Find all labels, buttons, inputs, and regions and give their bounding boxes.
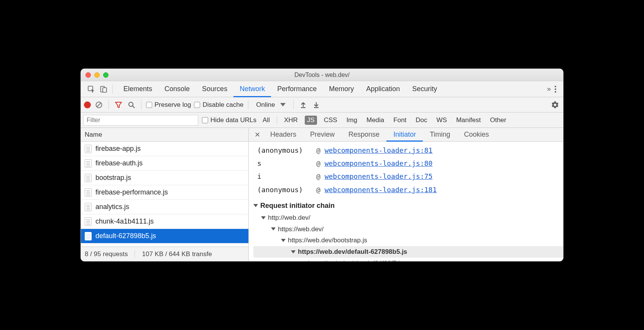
- upload-har-icon[interactable]: [298, 100, 308, 110]
- stack-frame: (anonymous)@ webcomponents-loader.js:181: [257, 183, 563, 196]
- panel-tab-network[interactable]: Network: [233, 82, 271, 97]
- request-name: bootstrap.js: [95, 174, 131, 182]
- request-row[interactable]: firebase-app.js: [81, 142, 248, 156]
- panel-tab-security[interactable]: Security: [406, 82, 443, 97]
- initiator-chain-url: https://web.dev/: [278, 224, 324, 235]
- window-title: DevTools - web.dev/: [81, 72, 563, 78]
- stack-frame: (anonymous)@ webcomponents-loader.js:81: [257, 144, 563, 157]
- stack-source-link[interactable]: webcomponents-loader.js:81: [325, 146, 433, 154]
- device-toolbar-icon[interactable]: [99, 84, 108, 94]
- request-row[interactable]: default-627898b5.js: [81, 229, 248, 243]
- initiator-chain-url: https://web.dev/chunk-f34f99f7.js: [308, 258, 403, 261]
- detail-tab-headers[interactable]: Headers: [263, 128, 303, 142]
- filter-type-other[interactable]: Other: [488, 116, 509, 125]
- record-button[interactable]: [84, 101, 91, 108]
- search-icon[interactable]: [127, 100, 136, 110]
- stack-function: (anonymous): [257, 144, 311, 157]
- initiator-chain-url: http://web.dev/: [268, 212, 310, 224]
- detail-tab-timing[interactable]: Timing: [423, 128, 457, 142]
- panel-tab-sources[interactable]: Sources: [196, 82, 233, 97]
- column-header-name[interactable]: Name: [81, 128, 248, 142]
- request-row[interactable]: firebase-auth.js: [81, 156, 248, 171]
- script-file-icon: [85, 145, 92, 153]
- request-row[interactable]: analytics.js: [81, 200, 248, 214]
- detail-tab-response[interactable]: Response: [342, 128, 386, 142]
- request-name: firebase-performance.js: [95, 188, 168, 196]
- more-tabs-icon[interactable]: »: [547, 85, 549, 93]
- panel-tab-memory[interactable]: Memory: [323, 82, 360, 97]
- disable-cache-label: Disable cache: [202, 101, 243, 109]
- filter-type-all[interactable]: All: [260, 116, 272, 125]
- stack-source-link[interactable]: webcomponents-loader.js:75: [325, 172, 433, 180]
- preserve-log-checkbox[interactable]: Preserve log: [146, 101, 191, 109]
- initiator-chain-node[interactable]: https://web.dev/bootstrap.js: [253, 235, 563, 246]
- panel-tab-console[interactable]: Console: [158, 82, 196, 97]
- stack-source-link[interactable]: webcomponents-loader.js:181: [325, 186, 437, 194]
- network-settings-icon[interactable]: [550, 100, 560, 110]
- request-row[interactable]: chunk-4a1b4111.js: [81, 214, 248, 229]
- request-row[interactable]: bootstrap.js: [81, 171, 248, 185]
- initiator-chain-title: Request initiator chain: [260, 202, 335, 210]
- close-detail-icon[interactable]: ✕: [251, 128, 263, 141]
- initiator-chain-node[interactable]: http://web.dev/: [253, 212, 563, 224]
- svg-line-6: [133, 106, 135, 108]
- status-transfer: 107 KB / 644 KB transfe: [142, 250, 212, 258]
- network-toolbar: Preserve log Disable cache Online: [81, 97, 563, 113]
- script-file-icon: [85, 174, 92, 182]
- filter-input[interactable]: [83, 115, 198, 126]
- filter-bar: Hide data URLs AllXHRJSCSSImgMediaFontDo…: [81, 113, 563, 128]
- stack-function: s: [257, 157, 311, 170]
- request-detail-panel: ✕ HeadersPreviewResponseInitiatorTimingC…: [249, 128, 563, 261]
- hide-data-urls-checkbox[interactable]: Hide data URLs: [202, 116, 256, 124]
- devtools-window: DevTools - web.dev/ ElementsConsoleSourc…: [80, 69, 564, 261]
- initiator-chain-header[interactable]: Request initiator chain: [249, 200, 563, 212]
- panel-tab-elements[interactable]: Elements: [117, 82, 158, 97]
- detail-tab-cookies[interactable]: Cookies: [457, 128, 496, 142]
- script-file-icon: [85, 188, 92, 197]
- request-row[interactable]: chunk-f34f99f7.js: [81, 243, 248, 247]
- panel-tab-performance[interactable]: Performance: [271, 82, 323, 97]
- request-list-panel: Name firebase-app.jsfirebase-auth.jsboot…: [81, 128, 249, 261]
- filter-type-manifest[interactable]: Manifest: [454, 116, 483, 125]
- initiator-chain-node[interactable]: https://web.dev/default-627898b5.js: [253, 246, 563, 258]
- chevron-down-icon: [280, 103, 286, 106]
- svg-point-5: [129, 102, 133, 106]
- panel-tab-application[interactable]: Application: [360, 82, 406, 97]
- script-file-icon: [85, 247, 92, 247]
- disable-cache-checkbox[interactable]: Disable cache: [194, 101, 243, 109]
- filter-type-ws[interactable]: WS: [434, 116, 449, 125]
- disclosure-triangle-icon: [281, 239, 286, 242]
- stack-source-link[interactable]: webcomponents-loader.js:80: [325, 159, 433, 167]
- filter-type-media[interactable]: Media: [364, 116, 386, 125]
- request-name: firebase-app.js: [95, 145, 141, 153]
- request-name: firebase-auth.js: [95, 159, 143, 167]
- detail-tab-initiator[interactable]: Initiator: [386, 128, 423, 142]
- script-file-icon: [85, 217, 92, 226]
- filter-toggle-icon[interactable]: [113, 100, 123, 110]
- throttling-label: Online: [256, 101, 275, 109]
- disclosure-triangle-icon: [253, 204, 258, 207]
- stack-frame: s@ webcomponents-loader.js:80: [257, 157, 563, 170]
- initiator-chain-url: https://web.dev/bootstrap.js: [288, 235, 367, 246]
- download-har-icon[interactable]: [311, 100, 321, 110]
- status-bar: 8 / 95 requests 107 KB / 644 KB transfe: [81, 247, 248, 261]
- filter-type-img[interactable]: Img: [344, 116, 360, 125]
- clear-icon[interactable]: [94, 100, 104, 110]
- disclosure-triangle-icon: [261, 216, 266, 219]
- initiator-chain-node[interactable]: https://web.dev/chunk-f34f99f7.js: [253, 258, 563, 261]
- initiator-chain-node[interactable]: https://web.dev/: [253, 224, 563, 235]
- filter-type-font[interactable]: Font: [391, 116, 409, 125]
- filter-type-xhr[interactable]: XHR: [282, 116, 300, 125]
- throttling-select[interactable]: Online: [253, 101, 289, 109]
- status-requests: 8 / 95 requests: [85, 250, 128, 258]
- request-row[interactable]: firebase-performance.js: [81, 185, 248, 200]
- filter-type-css[interactable]: CSS: [322, 116, 340, 125]
- filter-type-js[interactable]: JS: [305, 116, 317, 125]
- customize-menu-icon[interactable]: [552, 86, 559, 93]
- detail-tab-preview[interactable]: Preview: [303, 128, 342, 142]
- hide-data-urls-label: Hide data URLs: [210, 116, 256, 124]
- request-name: chunk-4a1b4111.js: [95, 217, 154, 225]
- filter-type-doc[interactable]: Doc: [413, 116, 429, 125]
- panel-tabs: ElementsConsoleSourcesNetworkPerformance…: [81, 81, 563, 97]
- inspect-element-icon[interactable]: [86, 84, 96, 94]
